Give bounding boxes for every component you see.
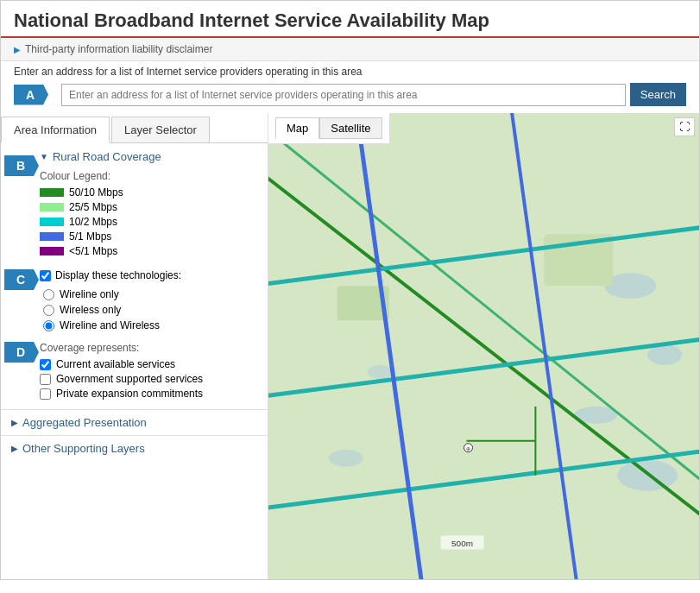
radio-wireline-only-input[interactable]: [43, 289, 54, 300]
map-area[interactable]: Map Satellite ⛶: [268, 113, 699, 579]
legend-swatch-1: [40, 203, 64, 211]
page-wrapper: National Broadband Internet Service Avai…: [0, 0, 700, 580]
radio-wireline-only-label: Wireline only: [60, 288, 119, 300]
check-current-services: Current available services: [40, 358, 261, 370]
legend-label-0: 50/10 Mbps: [69, 186, 123, 199]
arrow-a: A: [14, 85, 48, 105]
page-title: National Broadband Internet Service Avai…: [14, 9, 686, 32]
arrow-b-container: B: [1, 143, 40, 266]
legend-label-2: 10/2 Mbps: [69, 216, 117, 228]
coverage-represents-content: Coverage represents: Current available s…: [40, 338, 268, 409]
map-svg: 500m ⊕: [268, 113, 699, 579]
rural-road-coverage-header[interactable]: ▼ Rural Road Coverage: [40, 150, 261, 163]
arrow-a-container: A: [14, 85, 57, 105]
search-description-label: Enter an address for a list of Internet …: [14, 66, 363, 78]
tab-area-information[interactable]: Area Information: [1, 117, 110, 143]
map-tab-satellite[interactable]: Satellite: [319, 117, 382, 139]
search-row: A Search: [1, 80, 699, 113]
display-tech-row: Display these technologies:: [40, 269, 261, 281]
rural-road-coverage-label: Rural Road Coverage: [53, 150, 161, 163]
left-panel: Area Information Layer Selector B ▼ Rura…: [1, 113, 268, 579]
legend-item-2: 10/2 Mbps: [40, 216, 261, 228]
disclaimer-bar[interactable]: ▶ Third-party information liability disc…: [1, 38, 699, 61]
main-content: Area Information Layer Selector B ▼ Rura…: [1, 113, 699, 579]
disclaimer-icon: ▶: [14, 45, 21, 54]
check-private-expansion-input[interactable]: [40, 388, 51, 400]
legend-item-1: 25/5 Mbps: [40, 201, 261, 213]
radio-wireless-only-label: Wireless only: [60, 304, 121, 316]
map-fullscreen-button[interactable]: ⛶: [674, 117, 695, 136]
aggregated-presentation-row[interactable]: ▶ Aggregated Presentation: [1, 409, 268, 435]
disclaimer-text: Third-party information liability discla…: [25, 43, 212, 55]
tab-layer-selector[interactable]: Layer Selector: [111, 117, 210, 142]
fullscreen-icon: ⛶: [679, 121, 690, 133]
radio-wireline-and-wireless: Wireline and Wireless: [43, 319, 261, 331]
arrow-d: D: [4, 342, 39, 363]
svg-point-5: [368, 365, 394, 379]
check-current-services-label: Current available services: [56, 358, 175, 370]
collapse-icon: ▼: [40, 152, 48, 161]
legend-item-4: <5/1 Mbps: [40, 245, 261, 257]
arrow-c: C: [4, 269, 39, 290]
panel-c-row: C Display these technologies: Wireline o…: [1, 266, 268, 338]
legend-label-3: 5/1 Mbps: [69, 230, 111, 243]
search-label-row: Enter an address for a list of Internet …: [1, 61, 699, 80]
check-gov-services-label: Government supported services: [56, 373, 203, 385]
display-tech-label: Display these technologies:: [55, 269, 181, 281]
coverage-represents-title: Coverage represents:: [40, 342, 261, 354]
legend-swatch-4: [40, 247, 64, 255]
arrow-b: B: [4, 155, 39, 176]
legend-swatch-0: [40, 188, 64, 197]
legend-item-0: 50/10 Mbps: [40, 186, 261, 199]
legend-label-1: 25/5 Mbps: [69, 201, 117, 213]
arrow-c-container: C: [1, 266, 40, 338]
radio-wireline-wireless-input[interactable]: [43, 320, 54, 331]
radio-wireless-only: Wireless only: [43, 304, 261, 316]
svg-text:⊕: ⊕: [466, 446, 470, 451]
arrow-d-container: D: [1, 338, 40, 409]
other-layers-row[interactable]: ▶ Other Supporting Layers: [1, 435, 268, 461]
legend-item-3: 5/1 Mbps: [40, 230, 261, 243]
svg-text:500m: 500m: [451, 539, 473, 548]
legend-title: Colour Legend:: [40, 170, 261, 182]
map-tab-bar: Map Satellite: [268, 113, 389, 144]
radio-wireline-wireless-label: Wireline and Wireless: [60, 319, 160, 331]
check-private-expansion-label: Private expansion commitments: [56, 388, 203, 400]
legend-swatch-3: [40, 232, 64, 241]
display-tech-checkbox[interactable]: [40, 270, 51, 281]
search-input[interactable]: [61, 84, 626, 106]
colour-legend: Colour Legend: 50/10 Mbps 25/5 Mbps 10/2…: [40, 170, 261, 257]
legend-label-4: <5/1 Mbps: [69, 245, 117, 257]
aggregated-expand-icon: ▶: [11, 418, 18, 427]
radio-wireless-only-input[interactable]: [43, 305, 54, 316]
other-layers-label: Other Supporting Layers: [22, 442, 145, 455]
check-private-expansion: Private expansion commitments: [40, 388, 261, 400]
check-current-services-input[interactable]: [40, 359, 51, 370]
check-gov-services-input[interactable]: [40, 374, 51, 385]
check-gov-services: Government supported services: [40, 373, 261, 385]
legend-swatch-2: [40, 218, 64, 226]
radio-group: Wireline only Wireless only Wireline and…: [43, 288, 261, 331]
other-layers-expand-icon: ▶: [11, 444, 18, 453]
radio-wireline-only: Wireline only: [43, 288, 261, 300]
tab-bar: Area Information Layer Selector: [1, 113, 268, 143]
map-tab-map[interactable]: Map: [275, 117, 319, 139]
svg-point-6: [329, 450, 363, 467]
layer-selector-content: ▼ Rural Road Coverage Colour Legend: 50/…: [40, 143, 268, 266]
page-header: National Broadband Internet Service Avai…: [1, 1, 699, 38]
panel-d-row: D Coverage represents: Current available…: [1, 338, 268, 409]
search-button[interactable]: Search: [630, 83, 686, 106]
tech-options-content: Display these technologies: Wireline onl…: [40, 266, 268, 338]
panel-b-row: B ▼ Rural Road Coverage Colour Legend: 5…: [1, 143, 268, 266]
aggregated-label: Aggregated Presentation: [22, 416, 147, 429]
